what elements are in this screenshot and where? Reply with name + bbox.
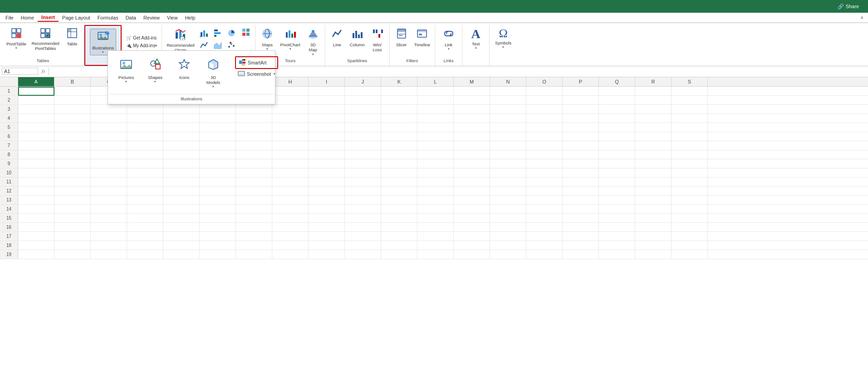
cell-I4[interactable] (309, 114, 345, 123)
menu-formulas[interactable]: Formulas (94, 14, 122, 21)
cell-R18[interactable] (635, 241, 672, 250)
cell-N16[interactable] (490, 223, 526, 232)
cell-C11[interactable] (91, 177, 127, 187)
cell-O17[interactable] (526, 232, 563, 241)
cell-A9[interactable] (18, 159, 54, 168)
cell-O14[interactable] (526, 205, 563, 214)
col-header-m[interactable]: M (454, 77, 490, 86)
cell-G12[interactable] (236, 187, 272, 196)
cell-O8[interactable] (526, 150, 563, 159)
cell-O15[interactable] (526, 214, 563, 223)
cell-E13[interactable] (163, 196, 200, 205)
cell-L16[interactable] (417, 223, 454, 232)
pie-chart-button[interactable] (225, 28, 238, 39)
cell-R15[interactable] (635, 214, 672, 223)
cell-H19[interactable] (272, 250, 309, 259)
cell-K3[interactable] (381, 105, 417, 114)
cell-C13[interactable] (91, 196, 127, 205)
cell-D14[interactable] (127, 205, 163, 214)
cell-R6[interactable] (635, 132, 672, 141)
cell-R1[interactable] (635, 87, 672, 96)
cell-Q14[interactable] (599, 205, 635, 214)
cell-J4[interactable] (345, 114, 381, 123)
cell-P16[interactable] (563, 223, 599, 232)
cell-I5[interactable] (309, 123, 345, 132)
cell-F12[interactable] (200, 187, 236, 196)
my-addins-button[interactable]: 🔌 My Add-ins ▾ (124, 42, 159, 49)
col-header-o[interactable]: O (526, 77, 563, 86)
cell-G10[interactable] (236, 168, 272, 177)
cell-H17[interactable] (272, 232, 309, 241)
cell-G7[interactable] (236, 141, 272, 150)
menu-view[interactable]: View (163, 14, 181, 21)
row-number-11[interactable]: 11 (0, 177, 18, 186)
cell-H6[interactable] (272, 132, 309, 141)
col-header-l[interactable]: L (417, 77, 454, 86)
pivot-chart-button[interactable]: PivotChart ▾ (278, 27, 302, 52)
cell-K18[interactable] (381, 241, 417, 250)
cell-I3[interactable] (309, 105, 345, 114)
cell-R7[interactable] (635, 141, 672, 150)
cell-F7[interactable] (200, 141, 236, 150)
cell-K8[interactable] (381, 150, 417, 159)
maps-button[interactable]: Maps ▾ (258, 27, 276, 52)
line-sparkline-button[interactable]: Line (328, 27, 346, 48)
cell-J17[interactable] (345, 232, 381, 241)
cell-G6[interactable] (236, 132, 272, 141)
cell-I15[interactable] (309, 214, 345, 223)
cell-N8[interactable] (490, 150, 526, 159)
cell-L8[interactable] (417, 150, 454, 159)
line-chart-button[interactable] (198, 39, 211, 50)
cell-M16[interactable] (454, 223, 490, 232)
cell-F3[interactable] (200, 105, 236, 114)
table-button[interactable]: Table (63, 27, 81, 47)
cell-Q17[interactable] (599, 232, 635, 241)
cell-L2[interactable] (417, 96, 454, 105)
row-number-14[interactable]: 14 (0, 205, 18, 213)
cell-A15[interactable] (18, 214, 54, 223)
cell-D6[interactable] (127, 132, 163, 141)
cell-L7[interactable] (417, 141, 454, 150)
cell-F14[interactable] (200, 205, 236, 214)
cell-D5[interactable] (127, 123, 163, 132)
cell-R2[interactable] (635, 96, 672, 105)
cell-B11[interactable] (54, 177, 91, 187)
cell-L18[interactable] (417, 241, 454, 250)
cell-C14[interactable] (91, 205, 127, 214)
cell-G17[interactable] (236, 232, 272, 241)
cell-H5[interactable] (272, 123, 309, 132)
cell-L1[interactable] (417, 87, 454, 96)
cell-H18[interactable] (272, 241, 309, 250)
cell-M19[interactable] (454, 250, 490, 259)
smartart-button[interactable]: SmartArt (235, 56, 278, 69)
cell-K7[interactable] (381, 141, 417, 150)
cell-E12[interactable] (163, 187, 200, 196)
cell-P15[interactable] (563, 214, 599, 223)
cell-S3[interactable] (672, 105, 708, 114)
cell-F8[interactable] (200, 150, 236, 159)
cell-A4[interactable] (18, 114, 54, 123)
cell-F15[interactable] (200, 214, 236, 223)
cell-C6[interactable] (91, 132, 127, 141)
col-header-b[interactable]: B (54, 77, 91, 86)
cell-S11[interactable] (672, 177, 708, 187)
row-number-3[interactable]: 3 (0, 105, 18, 113)
cell-Q12[interactable] (599, 187, 635, 196)
cell-F6[interactable] (200, 132, 236, 141)
bar-chart-button[interactable] (211, 28, 224, 39)
cell-A8[interactable] (18, 150, 54, 159)
cell-R14[interactable] (635, 205, 672, 214)
cell-R10[interactable] (635, 168, 672, 177)
cell-M6[interactable] (454, 132, 490, 141)
cell-I8[interactable] (309, 150, 345, 159)
3d-map-button[interactable]: 3DMap ▾ (304, 27, 322, 57)
cell-J3[interactable] (345, 105, 381, 114)
cell-Q5[interactable] (599, 123, 635, 132)
cell-C18[interactable] (91, 241, 127, 250)
col-header-s[interactable]: S (672, 77, 708, 86)
cell-P9[interactable] (563, 159, 599, 168)
cell-E6[interactable] (163, 132, 200, 141)
cell-B8[interactable] (54, 150, 91, 159)
cell-K1[interactable] (381, 87, 417, 96)
cell-E8[interactable] (163, 150, 200, 159)
